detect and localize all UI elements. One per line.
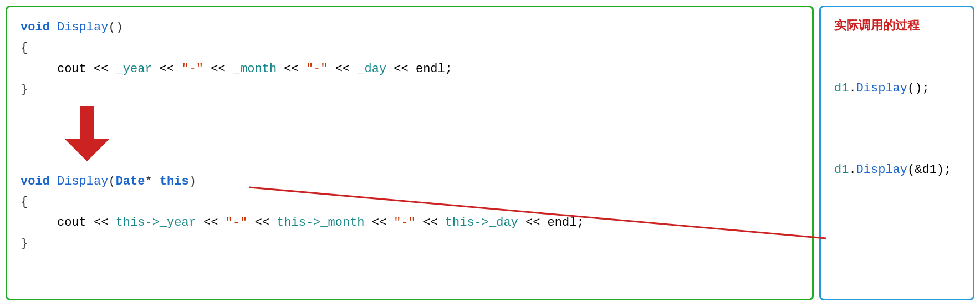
op9: << bbox=[423, 216, 445, 230]
down-arrow-icon bbox=[65, 106, 109, 161]
punct-paren-3: ) bbox=[189, 175, 196, 188]
keyword-date: Date bbox=[116, 175, 145, 188]
var-month: _month bbox=[233, 62, 277, 76]
right-panel-title: 实际调用的过程 bbox=[834, 17, 959, 34]
op10: << endl; bbox=[525, 216, 584, 230]
var-this-month: this->_month bbox=[277, 216, 364, 230]
cout2: cout << bbox=[57, 216, 116, 230]
right-display-call-2: Display bbox=[856, 163, 907, 177]
code-line-8: } bbox=[21, 233, 799, 254]
code-line-3: cout << _year << "-" << _month << "-" <<… bbox=[21, 59, 799, 79]
right-dot-2: . bbox=[849, 163, 856, 177]
right-code-line-1: d1.Display(); bbox=[834, 78, 959, 99]
code-line-4: } bbox=[21, 79, 799, 100]
code-section-1: void Display() { cout << _year << "-" <<… bbox=[21, 17, 799, 100]
right-d1-display: d1 bbox=[834, 81, 849, 95]
cout: cout << bbox=[57, 62, 116, 76]
op5: << endl; bbox=[394, 62, 452, 76]
right-dot: . bbox=[849, 81, 856, 95]
right-display-call: Display bbox=[856, 81, 907, 95]
right-d1-display-2: d1 bbox=[834, 163, 849, 177]
code-line-6: { bbox=[21, 192, 799, 212]
op1: << bbox=[160, 62, 182, 76]
left-panel: void Display() { cout << _year << "-" <<… bbox=[6, 6, 814, 300]
op8: << bbox=[372, 216, 394, 230]
keyword-void: void bbox=[21, 21, 50, 34]
keyword-this: this bbox=[160, 175, 189, 188]
var-day: _day bbox=[357, 62, 386, 76]
str-dash3: "-" bbox=[226, 216, 248, 230]
punct-paren: () bbox=[108, 21, 122, 34]
svg-rect-0 bbox=[80, 106, 94, 142]
code-line-5: void Display(Date* this) bbox=[21, 171, 799, 192]
var-this-day: this->_day bbox=[445, 216, 518, 230]
func-display-2: Display bbox=[57, 175, 108, 188]
indent2 bbox=[21, 216, 50, 230]
op6: << bbox=[203, 216, 226, 230]
var-this-year: this->_year bbox=[116, 216, 196, 230]
str-dash4: "-" bbox=[394, 216, 416, 230]
var-year: _year bbox=[116, 62, 152, 76]
code-section-2: void Display(Date* this) { cout << this-… bbox=[21, 171, 799, 254]
str-dash2: "-" bbox=[306, 62, 328, 76]
func-display: Display bbox=[57, 21, 108, 34]
right-amp: (&d1); bbox=[907, 163, 951, 177]
brace-close-1: } bbox=[21, 83, 28, 96]
str-dash1: "-" bbox=[181, 62, 203, 76]
punct-star: * bbox=[145, 175, 159, 188]
brace-open-2: { bbox=[21, 195, 28, 209]
code-line-2: { bbox=[21, 38, 799, 58]
right-panel: 实际调用的过程 d1.Display(); d1.Display(&d1); bbox=[819, 6, 974, 300]
svg-marker-1 bbox=[65, 139, 109, 161]
main-container: void Display() { cout << _year << "-" <<… bbox=[6, 6, 974, 300]
keyword-void-2: void bbox=[21, 175, 50, 188]
op4: << bbox=[335, 62, 358, 76]
indent bbox=[21, 62, 50, 76]
brace-close-2: } bbox=[21, 237, 28, 251]
code-line-7: cout << this->_year << "-" << this->_mon… bbox=[21, 212, 799, 233]
punct-paren-2: ( bbox=[108, 175, 115, 188]
op3: << bbox=[284, 62, 306, 76]
op2: << bbox=[211, 62, 233, 76]
right-parens: (); bbox=[907, 81, 930, 95]
right-code-line-2: d1.Display(&d1); bbox=[834, 160, 959, 180]
arrow-down-container bbox=[21, 106, 799, 161]
op7: << bbox=[255, 216, 277, 230]
code-line-1: void Display() bbox=[21, 17, 799, 38]
brace-open: { bbox=[21, 41, 28, 55]
